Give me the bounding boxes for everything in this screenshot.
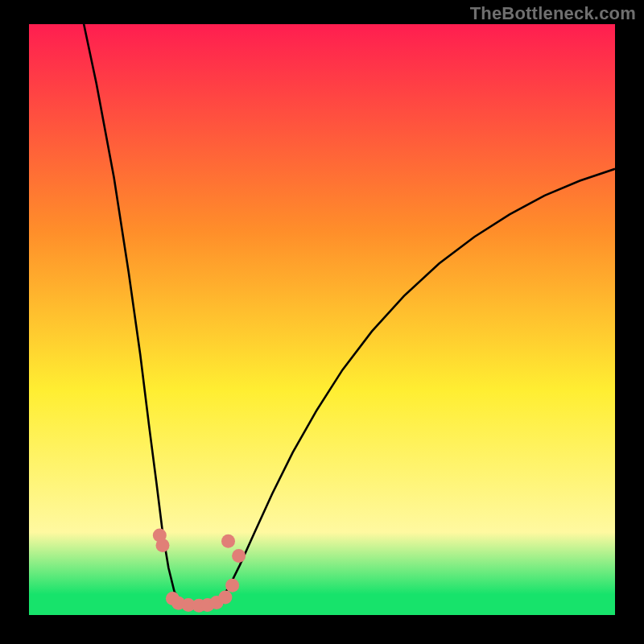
salmon-marker — [232, 549, 246, 563]
salmon-marker — [218, 591, 232, 605]
plot-area — [29, 24, 615, 615]
salmon-marker — [225, 579, 239, 592]
left-branch-curve — [79, 1, 220, 609]
salmon-marker — [221, 535, 235, 548]
salmon-marker — [156, 539, 170, 552]
salmon-marker-group — [153, 528, 246, 612]
chart-stage: TheBottleneck.com — [0, 0, 644, 644]
curves-layer — [29, 24, 615, 615]
watermark-text: TheBottleneck.com — [470, 3, 636, 24]
right-branch-curve — [204, 169, 615, 609]
